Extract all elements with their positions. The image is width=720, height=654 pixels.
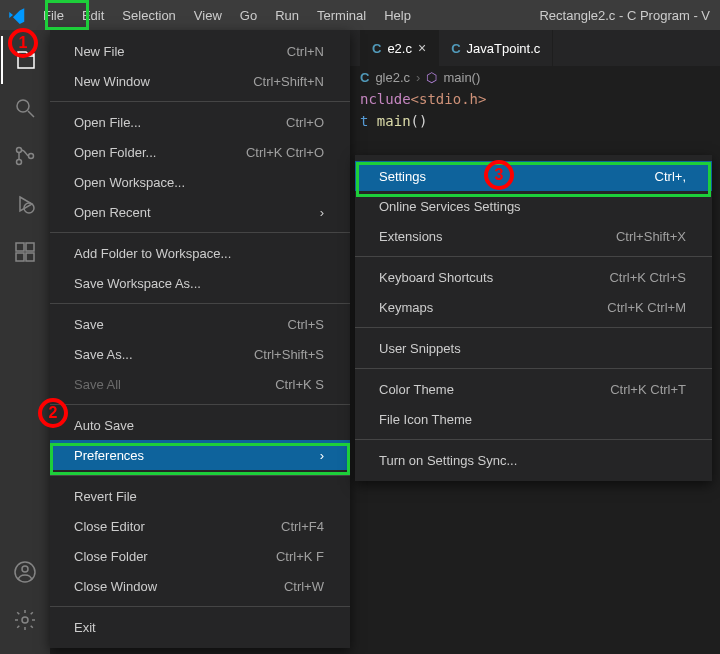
menu-item-label: New Window — [74, 74, 150, 89]
menu-item-label: Keymaps — [379, 300, 433, 315]
file-menu-item[interactable]: Revert File — [50, 481, 350, 511]
tab-active[interactable]: C e2.c × — [360, 30, 439, 66]
menu-help[interactable]: Help — [375, 0, 420, 30]
file-menu-item[interactable]: Open Workspace... — [50, 167, 350, 197]
file-menu-item[interactable]: New FileCtrl+N — [50, 36, 350, 66]
menu-item-shortcut: Ctrl+K Ctrl+T — [610, 382, 686, 397]
preferences-menu-item[interactable]: SettingsCtrl+, — [355, 161, 712, 191]
preferences-menu-item[interactable]: Turn on Settings Sync... — [355, 445, 712, 475]
menu-view[interactable]: View — [185, 0, 231, 30]
tab-label: JavaTpoint.c — [467, 41, 541, 56]
accounts-icon[interactable] — [1, 548, 49, 596]
svg-line-1 — [28, 111, 34, 117]
svg-point-12 — [22, 617, 28, 623]
menu-item-label: Save As... — [74, 347, 133, 362]
menu-separator — [355, 256, 712, 257]
menu-separator — [50, 303, 350, 304]
file-menu-item[interactable]: Save Workspace As... — [50, 268, 350, 298]
file-menu-item[interactable]: SaveCtrl+S — [50, 309, 350, 339]
tab-label: e2.c — [387, 41, 412, 56]
svg-point-0 — [17, 100, 29, 112]
menu-item-label: Turn on Settings Sync... — [379, 453, 517, 468]
preferences-menu-item[interactable]: Keyboard ShortcutsCtrl+K Ctrl+S — [355, 262, 712, 292]
menu-item-label: Online Services Settings — [379, 199, 521, 214]
menu-item-label: Exit — [74, 620, 96, 635]
chevron-right-icon: › — [416, 70, 420, 85]
preferences-menu-item[interactable]: File Icon Theme — [355, 404, 712, 434]
file-menu-item[interactable]: Open Folder...Ctrl+K Ctrl+O — [50, 137, 350, 167]
menu-bar: File Edit Selection View Go Run Terminal… — [0, 0, 720, 30]
file-menu-item[interactable]: Exit — [50, 612, 350, 642]
menu-item-shortcut: Ctrl+K F — [276, 549, 324, 564]
c-file-icon: C — [372, 41, 381, 56]
file-menu-item[interactable]: Close EditorCtrl+F4 — [50, 511, 350, 541]
settings-gear-icon[interactable] — [1, 596, 49, 644]
menu-item-label: Auto Save — [74, 418, 134, 433]
menu-item-label: Close Window — [74, 579, 157, 594]
close-icon[interactable]: × — [418, 40, 426, 56]
menu-item-label: Save — [74, 317, 104, 332]
symbol-icon: ⬡ — [426, 70, 437, 85]
menu-separator — [50, 101, 350, 102]
menu-item-shortcut: Ctrl+W — [284, 579, 324, 594]
menu-item-label: Preferences — [74, 448, 144, 463]
search-icon[interactable] — [1, 84, 49, 132]
svg-rect-6 — [16, 243, 24, 251]
file-menu-item[interactable]: New WindowCtrl+Shift+N — [50, 66, 350, 96]
menu-item-label: Extensions — [379, 229, 443, 244]
breadcrumb-symbol: main() — [443, 70, 480, 85]
menu-item-label: Save All — [74, 377, 121, 392]
tab-inactive[interactable]: C JavaTpoint.c — [439, 30, 553, 66]
menu-go[interactable]: Go — [231, 0, 266, 30]
menu-selection[interactable]: Selection — [113, 0, 184, 30]
vscode-icon — [6, 5, 26, 25]
svg-point-3 — [17, 160, 22, 165]
file-menu-item[interactable]: Close WindowCtrl+W — [50, 571, 350, 601]
menu-item-label: Open Recent — [74, 205, 151, 220]
file-menu-item[interactable]: Add Folder to Workspace... — [50, 238, 350, 268]
menu-run[interactable]: Run — [266, 0, 308, 30]
file-menu-dropdown: New FileCtrl+NNew WindowCtrl+Shift+NOpen… — [50, 30, 350, 648]
menu-terminal[interactable]: Terminal — [308, 0, 375, 30]
preferences-menu-item[interactable]: User Snippets — [355, 333, 712, 363]
menu-edit[interactable]: Edit — [73, 0, 113, 30]
menu-item-shortcut: Ctrl+, — [655, 169, 686, 184]
menu-item-label: Close Editor — [74, 519, 145, 534]
file-menu-item[interactable]: Auto Save — [50, 410, 350, 440]
menu-item-shortcut: Ctrl+Shift+X — [616, 229, 686, 244]
file-menu-item[interactable]: Close FolderCtrl+K F — [50, 541, 350, 571]
menu-item-shortcut: Ctrl+Shift+N — [253, 74, 324, 89]
run-debug-icon[interactable] — [1, 180, 49, 228]
extensions-icon[interactable] — [1, 228, 49, 276]
menu-separator — [50, 475, 350, 476]
menu-item-shortcut: Ctrl+Shift+S — [254, 347, 324, 362]
explorer-icon[interactable] — [1, 36, 49, 84]
preferences-menu-item[interactable]: Online Services Settings — [355, 191, 712, 221]
menu-item-label: Color Theme — [379, 382, 454, 397]
file-menu-item[interactable]: Open Recent› — [50, 197, 350, 227]
menu-item-label: Open Folder... — [74, 145, 156, 160]
file-menu-item[interactable]: Preferences› — [50, 440, 350, 470]
preferences-menu-item[interactable]: ExtensionsCtrl+Shift+X — [355, 221, 712, 251]
menu-item-label: User Snippets — [379, 341, 461, 356]
menu-item-label: Close Folder — [74, 549, 148, 564]
menu-file[interactable]: File — [34, 0, 73, 30]
source-control-icon[interactable] — [1, 132, 49, 180]
menu-item-label: Open File... — [74, 115, 141, 130]
menu-item-shortcut: Ctrl+N — [287, 44, 324, 59]
menu-item-label: Keyboard Shortcuts — [379, 270, 493, 285]
file-menu-item[interactable]: Save AllCtrl+K S — [50, 369, 350, 399]
chevron-right-icon: › — [320, 205, 324, 220]
menu-item-shortcut: Ctrl+K S — [275, 377, 324, 392]
svg-point-2 — [17, 148, 22, 153]
menu-separator — [50, 606, 350, 607]
menu-separator — [355, 368, 712, 369]
preferences-menu-item[interactable]: Color ThemeCtrl+K Ctrl+T — [355, 374, 712, 404]
menu-separator — [355, 327, 712, 328]
svg-rect-9 — [26, 243, 34, 251]
preferences-submenu: SettingsCtrl+,Online Services SettingsEx… — [355, 155, 712, 481]
menu-item-shortcut: Ctrl+K Ctrl+M — [607, 300, 686, 315]
preferences-menu-item[interactable]: KeymapsCtrl+K Ctrl+M — [355, 292, 712, 322]
file-menu-item[interactable]: Save As...Ctrl+Shift+S — [50, 339, 350, 369]
file-menu-item[interactable]: Open File...Ctrl+O — [50, 107, 350, 137]
